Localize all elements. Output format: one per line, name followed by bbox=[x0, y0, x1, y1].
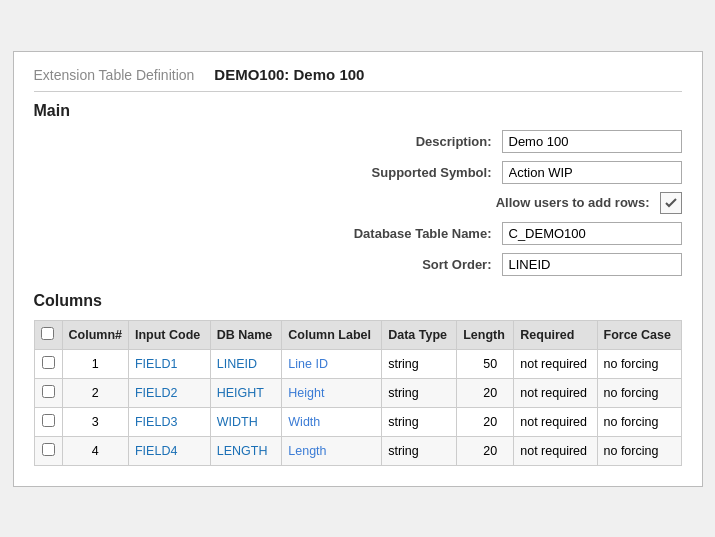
select-all-checkbox[interactable] bbox=[41, 327, 54, 340]
supported-symbol-label: Supported Symbol: bbox=[302, 165, 492, 180]
columns-table: Column# Input Code DB Name Column Label … bbox=[34, 320, 682, 466]
row-force-case: no forcing bbox=[597, 378, 681, 407]
supported-symbol-input[interactable] bbox=[502, 161, 682, 184]
row-length: 50 bbox=[457, 349, 514, 378]
allow-users-label: Allow users to add rows: bbox=[460, 195, 650, 210]
table-row: 3 FIELD3 WIDTH Width string 20 not requi… bbox=[34, 407, 681, 436]
description-input[interactable] bbox=[502, 130, 682, 153]
row-col-num: 1 bbox=[62, 349, 128, 378]
table-row: 4 FIELD4 LENGTH Length string 20 not req… bbox=[34, 436, 681, 465]
table-header-row: Column# Input Code DB Name Column Label … bbox=[34, 320, 681, 349]
row-col-label: Line ID bbox=[282, 349, 382, 378]
row-checkbox[interactable] bbox=[42, 385, 55, 398]
row-db-name: LINEID bbox=[210, 349, 282, 378]
row-col-num: 2 bbox=[62, 378, 128, 407]
row-input-code: FIELD2 bbox=[128, 378, 210, 407]
panel-subtitle: DEMO100: Demo 100 bbox=[214, 66, 364, 83]
row-length: 20 bbox=[457, 436, 514, 465]
row-checkbox-cell[interactable] bbox=[34, 378, 62, 407]
description-row: Description: bbox=[34, 130, 682, 153]
row-checkbox-cell[interactable] bbox=[34, 436, 62, 465]
row-data-type: string bbox=[382, 378, 457, 407]
row-required: not required bbox=[514, 349, 597, 378]
panel-title: Extension Table Definition bbox=[34, 67, 195, 83]
col-header-col-label: Column Label bbox=[282, 320, 382, 349]
main-section: Main Description: Supported Symbol: Allo… bbox=[34, 102, 682, 276]
row-force-case: no forcing bbox=[597, 407, 681, 436]
row-checkbox[interactable] bbox=[42, 356, 55, 369]
row-input-code: FIELD3 bbox=[128, 407, 210, 436]
db-table-input[interactable] bbox=[502, 222, 682, 245]
row-data-type: string bbox=[382, 407, 457, 436]
panel-header: Extension Table Definition DEMO100: Demo… bbox=[34, 66, 682, 92]
row-data-type: string bbox=[382, 436, 457, 465]
description-label: Description: bbox=[302, 134, 492, 149]
sort-order-row: Sort Order: bbox=[34, 253, 682, 276]
col-header-db-name: DB Name bbox=[210, 320, 282, 349]
columns-section-title: Columns bbox=[34, 292, 682, 310]
supported-symbol-row: Supported Symbol: bbox=[34, 161, 682, 184]
main-section-title: Main bbox=[34, 102, 682, 120]
checkmark-icon bbox=[664, 196, 678, 210]
row-input-code: FIELD1 bbox=[128, 349, 210, 378]
row-length: 20 bbox=[457, 378, 514, 407]
col-header-length: Length bbox=[457, 320, 514, 349]
col-header-required: Required bbox=[514, 320, 597, 349]
row-required: not required bbox=[514, 436, 597, 465]
row-col-label: Width bbox=[282, 407, 382, 436]
row-checkbox-cell[interactable] bbox=[34, 349, 62, 378]
col-header-input-code: Input Code bbox=[128, 320, 210, 349]
db-table-label: Database Table Name: bbox=[302, 226, 492, 241]
sort-order-input[interactable] bbox=[502, 253, 682, 276]
row-length: 20 bbox=[457, 407, 514, 436]
row-required: not required bbox=[514, 378, 597, 407]
row-checkbox-cell[interactable] bbox=[34, 407, 62, 436]
row-db-name: LENGTH bbox=[210, 436, 282, 465]
allow-users-checkbox[interactable] bbox=[660, 192, 682, 214]
row-input-code: FIELD4 bbox=[128, 436, 210, 465]
row-db-name: HEIGHT bbox=[210, 378, 282, 407]
row-col-label: Height bbox=[282, 378, 382, 407]
table-row: 2 FIELD2 HEIGHT Height string 20 not req… bbox=[34, 378, 681, 407]
db-table-row: Database Table Name: bbox=[34, 222, 682, 245]
row-data-type: string bbox=[382, 349, 457, 378]
row-required: not required bbox=[514, 407, 597, 436]
row-force-case: no forcing bbox=[597, 349, 681, 378]
row-checkbox[interactable] bbox=[42, 443, 55, 456]
row-db-name: WIDTH bbox=[210, 407, 282, 436]
row-checkbox[interactable] bbox=[42, 414, 55, 427]
col-header-force-case: Force Case bbox=[597, 320, 681, 349]
allow-users-row: Allow users to add rows: bbox=[34, 192, 682, 214]
table-row: 1 FIELD1 LINEID Line ID string 50 not re… bbox=[34, 349, 681, 378]
col-header-num: Column# bbox=[62, 320, 128, 349]
col-header-data-type: Data Type bbox=[382, 320, 457, 349]
row-col-num: 3 bbox=[62, 407, 128, 436]
row-col-num: 4 bbox=[62, 436, 128, 465]
sort-order-label: Sort Order: bbox=[302, 257, 492, 272]
main-panel: Extension Table Definition DEMO100: Demo… bbox=[13, 51, 703, 487]
columns-section: Columns Column# Input Code DB Name Colum… bbox=[34, 292, 682, 466]
row-force-case: no forcing bbox=[597, 436, 681, 465]
row-col-label: Length bbox=[282, 436, 382, 465]
col-header-checkbox bbox=[34, 320, 62, 349]
